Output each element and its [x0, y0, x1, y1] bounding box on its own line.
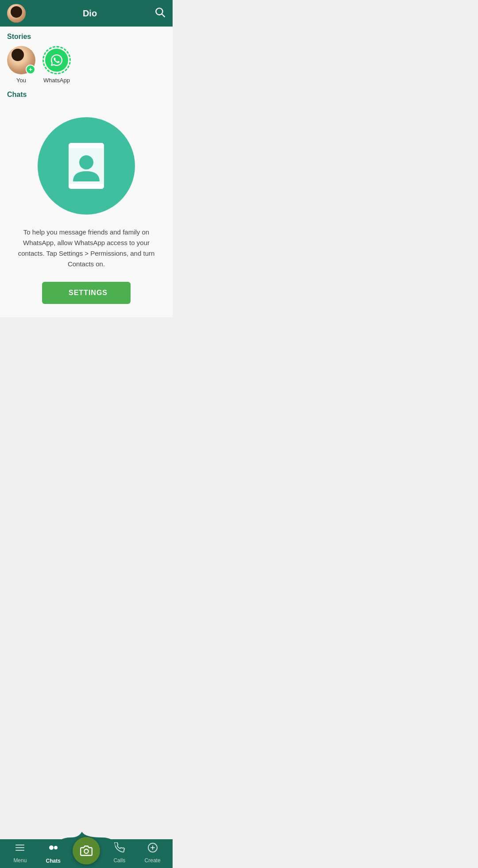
- story-label-you: You: [16, 77, 26, 84]
- svg-rect-3: [69, 143, 104, 148]
- story-whatsapp-inner: [45, 49, 68, 72]
- story-avatar-wrapper-you: +: [7, 46, 35, 74]
- story-whatsapp-ring: [42, 46, 71, 74]
- search-icon[interactable]: [154, 6, 166, 20]
- svg-rect-4: [69, 184, 104, 189]
- story-add-badge: +: [26, 65, 35, 74]
- story-item-you[interactable]: + You: [7, 46, 35, 84]
- story-label-whatsapp: WhatsApp: [43, 77, 70, 84]
- svg-line-1: [162, 14, 165, 17]
- whatsapp-logo-icon: [50, 54, 63, 67]
- contacts-icon: [62, 139, 111, 192]
- settings-button[interactable]: SETTINGS: [42, 282, 131, 304]
- header: Dio: [0, 0, 173, 27]
- empty-message: To help you message friends and family o…: [11, 227, 162, 269]
- contacts-permission-icon: [38, 117, 135, 215]
- header-title: Dio: [83, 8, 97, 19]
- stories-row: + You WhatsApp: [0, 44, 173, 89]
- header-avatar[interactable]: [7, 4, 26, 23]
- chats-section-label: Chats: [0, 89, 173, 104]
- main-content: Stories + You Whats: [0, 27, 173, 317]
- empty-state: To help you message friends and family o…: [0, 104, 173, 313]
- svg-point-5: [79, 155, 93, 169]
- story-item-whatsapp[interactable]: WhatsApp: [42, 46, 71, 84]
- story-avatar-wrapper-whatsapp: [42, 46, 71, 74]
- stories-section-label: Stories: [0, 27, 173, 44]
